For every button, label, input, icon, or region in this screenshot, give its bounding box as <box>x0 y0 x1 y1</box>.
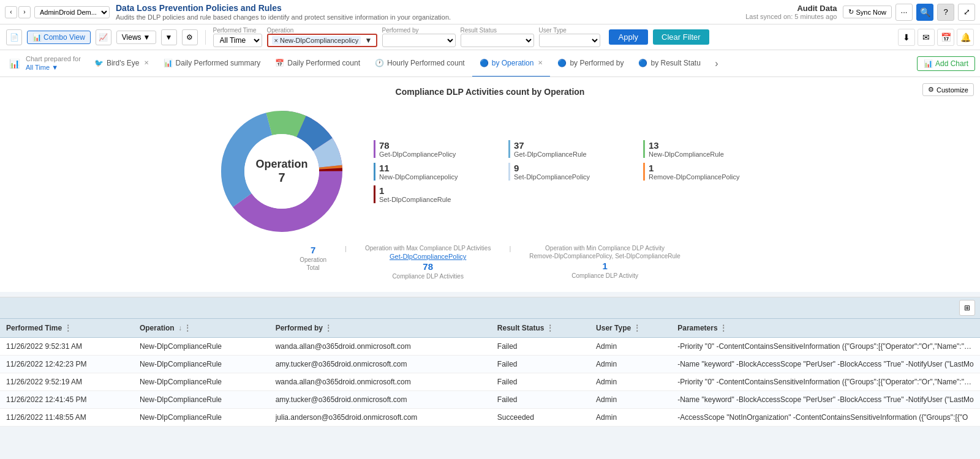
table-row[interactable]: 11/26/2022 12:41:45 PM New-DlpCompliance… <box>0 391 980 409</box>
performed-by-select[interactable] <box>382 34 456 47</box>
col-parameters: Parameters ⋮ <box>671 319 980 338</box>
col-user-type-menu[interactable]: ⋮ <box>633 324 641 332</box>
cell-parameters: -Priority "0" -ContentContainsSensitiveI… <box>671 338 980 356</box>
tab-by-performed-by[interactable]: 🔵 by Performed by <box>550 50 631 77</box>
by-operation-close[interactable]: ✕ <box>538 59 543 66</box>
top-actions: ↻ Sync Now ··· 🔍 ? ⤢ <box>843 4 975 21</box>
search-btn[interactable]: 🔍 <box>916 4 933 21</box>
performed-by-label: Performed by <box>382 27 456 34</box>
chart-prepared-label: Chart prepared for <box>26 55 81 63</box>
tenant-select[interactable]: AdminDroid Dem... <box>34 6 110 18</box>
action-icons: ⬇ ✉ 📅 🔔 <box>898 29 974 46</box>
add-chart-btn[interactable]: 📊 Add Chart <box>917 56 975 71</box>
cell-user-type: Admin <box>590 409 671 427</box>
expand-btn[interactable]: ⤢ <box>958 4 975 21</box>
result-status-label: Result Status <box>461 27 534 34</box>
views-dropdown[interactable]: Views ▼ <box>116 31 156 44</box>
col-performed-time: Performed Time ⋮ <box>0 319 134 338</box>
add-chart-label: Add Chart <box>935 59 968 68</box>
views-label: Views <box>122 33 141 42</box>
download-icon[interactable]: ⬇ <box>898 29 915 46</box>
table-body: 11/26/2022 9:52:31 AM New-DlpComplianceR… <box>0 338 980 427</box>
clear-filter-btn[interactable]: Clear Filter <box>653 29 709 45</box>
col-operation-label: Operation <box>140 324 175 332</box>
table-row[interactable]: 11/26/2022 12:42:23 PM New-DlpCompliance… <box>0 356 980 373</box>
cell-performed-by: amy.tucker@o365droid.onmicrosoft.com <box>270 391 491 409</box>
nav-back-btn[interactable]: ‹ <box>5 6 17 18</box>
operation-filter[interactable]: × New-DlpCompliancepolicy ▼ <box>267 34 377 47</box>
birds-eye-label: Bird's Eye <box>107 59 140 67</box>
col-performed-time-label: Performed Time <box>6 324 62 332</box>
donut-center-value: 7 <box>255 171 307 185</box>
stat-total: 7 Operation Total <box>300 245 326 280</box>
more-options-btn[interactable]: ··· <box>895 4 913 21</box>
table-header-row: Performed Time ⋮ Operation ↓ ⋮ Performed… <box>0 319 980 338</box>
col-operation: Operation ↓ ⋮ <box>134 319 270 338</box>
cell-time: 11/26/2022 12:41:45 PM <box>0 391 134 409</box>
birds-eye-close[interactable]: ✕ <box>144 59 149 66</box>
tab-by-operation[interactable]: 🔵 by Operation ✕ <box>472 50 551 77</box>
col-result-status-menu[interactable]: ⋮ <box>546 324 554 332</box>
table-row[interactable]: 11/26/2022 11:48:55 AM New-DlpCompliance… <box>0 409 980 427</box>
tab-birds-eye[interactable]: 🐦 Bird's Eye ✕ <box>87 50 156 77</box>
operation-chip: × New-DlpCompliancepolicy <box>272 36 361 45</box>
stat-total-label: Operation <box>300 256 326 263</box>
tab-daily-summary[interactable]: 📊 Daily Performed summary <box>156 50 268 77</box>
table-columns-btn[interactable]: ⊞ <box>959 300 975 316</box>
daily-summary-label: Daily Performed summary <box>176 59 261 67</box>
cell-time: 11/26/2022 9:52:19 AM <box>0 373 134 391</box>
tab-daily-count[interactable]: 📅 Daily Performed count <box>268 50 368 77</box>
col-performed-by: Performed by ⋮ <box>270 319 491 338</box>
stat-total-value: 7 <box>311 245 315 255</box>
chart-stats: 7 Operation Total | Operation with Max C… <box>10 239 970 282</box>
col-parameters-menu[interactable]: ⋮ <box>720 324 727 332</box>
hourly-count-icon: 🕐 <box>375 59 384 67</box>
chart-time-range[interactable]: All Time <box>26 64 50 71</box>
audit-sync: Last synced on: 5 minutes ago <box>745 13 837 20</box>
col-performed-time-menu[interactable]: ⋮ <box>64 324 72 332</box>
table-row[interactable]: 11/26/2022 9:52:19 AM New-DlpComplianceR… <box>0 373 980 391</box>
alert-icon[interactable]: 🔔 <box>957 29 974 46</box>
help-btn[interactable]: ? <box>937 4 954 21</box>
filter-settings-btn[interactable]: ⚙ <box>182 29 198 45</box>
cell-result-status: Failed <box>491 338 590 356</box>
col-operation-sort[interactable]: ↓ <box>178 324 182 332</box>
cell-performed-by: julia.anderson@o365droid.onmicrosoft.com <box>270 409 491 427</box>
table-row[interactable]: 11/26/2022 9:52:31 AM New-DlpComplianceR… <box>0 338 980 356</box>
user-type-label: User Type <box>539 27 600 34</box>
filter-btn[interactable]: ▼ <box>161 29 177 45</box>
tab-by-result[interactable]: 🔵 by Result Statu <box>631 50 707 77</box>
col-user-type: User Type ⋮ <box>590 319 671 338</box>
nav-forward-btn[interactable]: › <box>18 6 31 18</box>
by-performed-icon: 🔵 <box>557 59 567 67</box>
user-type-select[interactable] <box>539 34 600 47</box>
chart-bar-icon[interactable]: 📊 <box>5 54 23 73</box>
operation-chip-x[interactable]: × <box>274 37 278 44</box>
cell-parameters: -Name "keyword" -BlockAccessScope "PerUs… <box>671 356 980 373</box>
combo-view-btn[interactable]: 📊 Combo View <box>27 31 91 44</box>
stat-min-label: Operation with Min Compliance DLP Activi… <box>545 245 665 252</box>
sync-btn[interactable]: ↻ Sync Now <box>843 6 892 18</box>
result-status-select[interactable] <box>461 34 534 47</box>
page-title: Data Loss Prevention Policies and Rules <box>116 3 745 13</box>
col-operation-menu[interactable]: ⋮ <box>184 324 191 332</box>
apply-btn[interactable]: Apply <box>609 29 649 45</box>
performed-time-select[interactable]: All Time <box>213 34 262 47</box>
stat-min: Operation with Min Compliance DLP Activi… <box>529 245 680 280</box>
stat-max-link[interactable]: Get-DlpCompliancePolicy <box>390 253 466 260</box>
filter-divider <box>205 30 206 45</box>
chart-title: Compliance DLP Activities count by Opera… <box>10 87 970 97</box>
cell-operation: New-DlpComplianceRule <box>134 356 270 373</box>
tab-scroll-right[interactable]: › <box>708 54 725 73</box>
filter-bar: 📄 📊 Combo View 📈 Views ▼ ▼ ⚙ Performed T… <box>0 24 980 50</box>
performed-time-group: Performed Time All Time <box>213 27 262 47</box>
chart-view-btn[interactable]: 📈 <box>96 29 111 45</box>
table-view-btn[interactable]: 📄 <box>6 29 22 45</box>
cell-time: 11/26/2022 11:48:55 AM <box>0 409 134 427</box>
tab-hourly-count[interactable]: 🕐 Hourly Performed count <box>368 50 472 77</box>
col-performed-by-menu[interactable]: ⋮ <box>325 324 332 332</box>
schedule-icon[interactable]: 📅 <box>937 29 954 46</box>
email-icon[interactable]: ✉ <box>918 29 935 46</box>
by-performed-label: by Performed by <box>570 59 624 67</box>
customize-btn[interactable]: ⚙ Customize <box>922 83 974 96</box>
